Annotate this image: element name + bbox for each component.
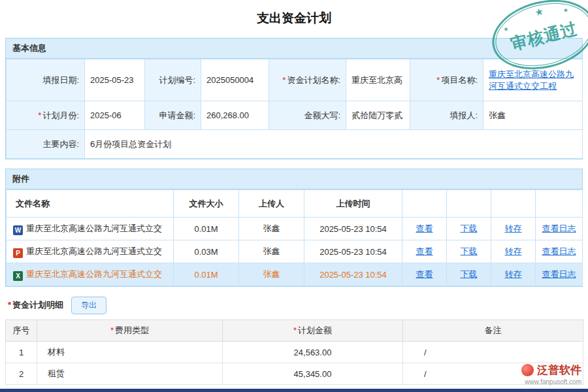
col-action-2 bbox=[447, 190, 491, 218]
details-header-row: 序号 *费用类型 *计划金额 备注 bbox=[6, 320, 583, 342]
attachment-file-name-cell: P重庆至北京高速公路九河互通式立交 bbox=[7, 240, 174, 263]
download-link[interactable]: 下载 bbox=[461, 223, 478, 233]
col-plan-amount: *计划金额 bbox=[223, 320, 403, 342]
attachments-table: 文件名称 文件大小 上传人 上传时间 W重庆至北京高速公路九河互通式立交 0.0… bbox=[6, 189, 583, 286]
amount-caps-value: 贰拾陆万零贰 bbox=[346, 101, 410, 130]
view-log-link[interactable]: 查看日志 bbox=[542, 246, 576, 256]
attachment-row: P重庆至北京高速公路九河互通式立交 0.03M 张鑫 2025-05-23 10… bbox=[7, 240, 583, 263]
project-name-link[interactable]: 重庆至北京高速公路九河互通式立交工程 bbox=[489, 69, 574, 91]
download-link[interactable]: 下载 bbox=[461, 246, 478, 256]
attachment-uploader: 张鑫 bbox=[239, 240, 304, 263]
attachment-file-name-cell: W重庆至北京高速公路九河互通式立交 bbox=[7, 218, 174, 240]
apply-amount-label: 申请金额: bbox=[145, 101, 201, 130]
attachments-header: 附件 bbox=[6, 169, 582, 189]
powerpoint-file-icon: P bbox=[13, 248, 23, 258]
word-file-icon: W bbox=[13, 225, 23, 235]
details-row: 2 租赁 45,345.00 / bbox=[6, 363, 583, 385]
view-log-link[interactable]: 查看日志 bbox=[542, 223, 576, 233]
view-link[interactable]: 查看 bbox=[416, 223, 433, 233]
attachment-uploader: 张鑫 bbox=[239, 263, 304, 286]
plan-month-label: *计划月份: bbox=[7, 101, 85, 130]
fund-plan-name-value: 重庆至北京高 bbox=[346, 59, 410, 101]
attachment-upload-time: 2025-05-23 10:54 bbox=[304, 218, 402, 240]
apply-amount-value: 260,268.00 bbox=[201, 101, 269, 130]
transfer-link[interactable]: 转存 bbox=[505, 269, 522, 279]
amount-caps-label: 金额大写: bbox=[269, 101, 346, 130]
main-content-label: 主要内容: bbox=[7, 130, 85, 159]
attachment-file-name: 重庆至北京高速公路九河互通式立交 bbox=[26, 223, 162, 233]
col-upload-time: 上传时间 bbox=[304, 190, 402, 218]
download-link[interactable]: 下载 bbox=[461, 269, 478, 279]
col-action-1 bbox=[402, 190, 447, 218]
attachment-file-size: 0.01M bbox=[174, 218, 239, 240]
brand-url: www.fanpusoft.com bbox=[521, 378, 581, 385]
excel-file-icon: X bbox=[13, 271, 23, 281]
plan-month-value: 2025-06 bbox=[85, 101, 145, 130]
bottom-bar bbox=[0, 389, 588, 392]
export-button[interactable]: 导出 bbox=[71, 297, 106, 314]
col-action-3 bbox=[491, 190, 536, 218]
details-title-bar: *资金计划明细 导出 bbox=[8, 296, 583, 314]
report-date-label: 填报日期: bbox=[7, 59, 85, 101]
attachment-file-name: 重庆至北京高速公路九河互通式立交 bbox=[26, 269, 162, 279]
plan-no-value: 2025050004 bbox=[201, 59, 269, 101]
details-title: *资金计划明细 bbox=[8, 299, 63, 311]
attachment-upload-time: 2025-05-23 10:54 bbox=[304, 240, 402, 263]
view-log-link[interactable]: 查看日志 bbox=[542, 269, 576, 279]
col-file-size: 文件大小 bbox=[174, 190, 239, 218]
project-name-cell: 重庆至北京高速公路九河互通式立交工程 bbox=[483, 59, 583, 101]
brand-footer: 泛普软件 www.fanpusoft.com bbox=[521, 363, 581, 385]
attachment-file-size: 0.01M bbox=[174, 263, 239, 286]
row-plan-amount: 24,563.00 bbox=[223, 342, 403, 363]
page-title: 支出资金计划 bbox=[0, 0, 588, 38]
attachments-section: 附件 文件名称 文件大小 上传人 上传时间 W重庆至北京高速公路九河互通式立交 … bbox=[5, 169, 583, 287]
col-remark: 备注 bbox=[403, 320, 583, 342]
attachment-row-selected: X重庆至北京高速公路九河互通式立交 0.01M 张鑫 2025-05-23 10… bbox=[7, 263, 583, 286]
report-date-value: 2025-05-23 bbox=[85, 59, 145, 101]
transfer-link[interactable]: 转存 bbox=[505, 223, 522, 233]
brand-name: 泛普软件 bbox=[537, 363, 581, 378]
basic-info-table: 填报日期: 2025-05-23 计划编号: 2025050004 *资金计划名… bbox=[6, 59, 583, 159]
col-action-4 bbox=[536, 190, 583, 218]
basic-info-section: 基本信息 填报日期: 2025-05-23 计划编号: 2025050004 *… bbox=[5, 38, 583, 159]
reporter-label: 填报人: bbox=[410, 101, 483, 130]
attachment-upload-time: 2025-05-23 10:54 bbox=[304, 263, 402, 286]
row-index: 2 bbox=[6, 363, 37, 385]
row-index: 1 bbox=[6, 342, 37, 363]
details-row: 1 材料 24,563.00 / bbox=[6, 342, 583, 363]
attachment-file-name-cell: X重庆至北京高速公路九河互通式立交 bbox=[7, 263, 174, 286]
col-file-name: 文件名称 bbox=[7, 190, 174, 218]
attachment-file-size: 0.03M bbox=[174, 240, 239, 263]
basic-info-header: 基本信息 bbox=[6, 39, 582, 59]
view-link[interactable]: 查看 bbox=[416, 246, 433, 256]
fund-plan-name-label: *资金计划名称: bbox=[269, 59, 346, 101]
plan-no-label: 计划编号: bbox=[145, 59, 201, 101]
col-uploader: 上传人 bbox=[239, 190, 304, 218]
transfer-link[interactable]: 转存 bbox=[505, 246, 522, 256]
attachment-uploader: 张鑫 bbox=[239, 218, 304, 240]
reporter-value: 张鑫 bbox=[483, 101, 583, 130]
view-link[interactable]: 查看 bbox=[416, 269, 433, 279]
row-plan-amount: 45,345.00 bbox=[223, 363, 403, 385]
project-name-label: *项目名称: bbox=[410, 59, 483, 101]
row-cost-type: 材料 bbox=[37, 342, 223, 363]
col-index: 序号 bbox=[6, 320, 37, 342]
row-cost-type: 租赁 bbox=[37, 363, 223, 385]
details-table: 序号 *费用类型 *计划金额 备注 1 材料 24,563.00 / 2 租赁 … bbox=[5, 319, 583, 385]
brand-logo-icon bbox=[521, 364, 534, 376]
row-remark: / bbox=[403, 342, 583, 363]
attachments-header-row: 文件名称 文件大小 上传人 上传时间 bbox=[7, 190, 583, 218]
attachment-row: W重庆至北京高速公路九河互通式立交 0.01M 张鑫 2025-05-23 10… bbox=[7, 218, 583, 240]
col-cost-type: *费用类型 bbox=[37, 320, 223, 342]
main-content-value: 6月份项目总资金计划 bbox=[85, 130, 583, 159]
attachment-file-name: 重庆至北京高速公路九河互通式立交 bbox=[26, 246, 162, 256]
